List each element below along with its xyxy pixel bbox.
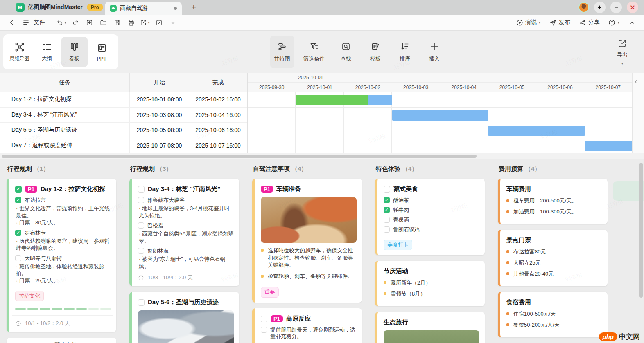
gantt-table-row[interactable]: Day 3-4：林芝 “江南风光”2025-10-03 08:002025-10… — [0, 108, 247, 123]
checklist-item: ✓罗布林卡· 历代达赖喇嘛的夏宫，建议周三参观哲蚌寺的喇嘛集会。 — [15, 230, 111, 252]
column-title: 行程规划（1） — [7, 165, 116, 173]
bullet-text: 布达拉宫80元 — [513, 248, 546, 256]
bullet-item: 餐饮50-200元/人/天 — [506, 321, 602, 329]
item-checkbox[interactable]: ✓ — [384, 207, 390, 213]
card-tag[interactable]: 重要 — [261, 287, 279, 298]
avatar[interactable] — [578, 2, 589, 13]
card-dates: 10/3 - 10/4：2.0 天 — [138, 274, 234, 281]
view-mode-mindmap[interactable]: 思维导图 — [7, 37, 33, 67]
quick-action-lightning-icon[interactable] — [594, 2, 606, 13]
export-share-button[interactable]: ▾ — [139, 17, 151, 28]
open-file-button[interactable] — [97, 17, 109, 28]
gantt-table-row[interactable]: Day 1-2：拉萨文化初探2025-10-01 08:002025-10-02… — [0, 92, 247, 108]
item-checkbox[interactable] — [15, 255, 21, 261]
redo-button[interactable] — [70, 17, 81, 28]
card-tag[interactable]: 美食打卡 — [384, 240, 412, 250]
new-document-button[interactable] — [84, 17, 95, 28]
item-checkbox[interactable]: ✓ — [384, 197, 390, 203]
task-start-cell: 2025-10-03 08:00 — [130, 108, 189, 123]
card-checkbox[interactable] — [384, 186, 390, 193]
export-button[interactable]: 导出 ▾ — [609, 35, 636, 69]
kanban-card[interactable]: P1高原反应提前服用红景天，避免剧烈运动，适量补充糖分。 — [252, 308, 362, 343]
item-checkbox[interactable] — [138, 222, 144, 229]
toolbar-more-chevron-icon[interactable] — [167, 17, 179, 28]
cloud-icon — [110, 5, 117, 12]
checklist-item-label: 鲁朗林海 — [147, 248, 169, 254]
share-button[interactable]: 分享 — [576, 17, 603, 28]
item-note: · 门票：80元/人。 — [16, 219, 111, 226]
kanban-card[interactable]: Day 5-6：圣湖与历史遗迹 — [129, 292, 239, 343]
card-tag[interactable]: 拉萨文化 — [15, 291, 44, 301]
view-mode-outline[interactable]: 大纲 — [34, 37, 60, 67]
gantt-grid — [248, 92, 632, 154]
help-button[interactable]: ▾ — [605, 18, 623, 28]
tool-insert[interactable]: 插入 — [423, 36, 446, 68]
bullet-text: 大昭寺25元 — [513, 259, 540, 267]
publish-button[interactable]: 发布 — [546, 17, 573, 28]
file-menu[interactable]: 文件 — [34, 19, 45, 26]
scrollbar-thumb[interactable] — [2, 155, 477, 158]
horizontal-scrollbar[interactable] — [0, 153, 644, 159]
collapse-toolbar-chevron-icon[interactable] — [626, 17, 638, 28]
minimize-button[interactable] — [610, 2, 622, 13]
col-header-start: 开始 — [130, 73, 189, 92]
bullet-icon — [506, 261, 509, 264]
new-card-button[interactable]: ＋新建卡片 — [7, 338, 116, 343]
card-checkbox[interactable]: ✓ — [15, 186, 22, 193]
kanban-card[interactable]: P1车辆准备选择吨位较大的越野车，确保安全性和稳定性。检查轮胎、刹车、备胎等关键… — [252, 179, 362, 303]
document-tab[interactable]: 西藏自驾游 — [105, 2, 182, 15]
timeline-day-label: 2025-09-30 — [248, 83, 296, 92]
gantt-bar[interactable] — [296, 95, 392, 105]
kanban-card[interactable]: 食宿费用住宿100-500元/天餐饮50-200元/人/天 — [498, 292, 608, 337]
kanban-card[interactable]: ✓P1Day 1-2：拉萨文化初探✓布达拉宫· 世界文化遗产，需提前预约，上午光… — [7, 179, 116, 332]
tool-sort[interactable]: 排序 — [393, 36, 417, 68]
item-checkbox[interactable] — [138, 197, 144, 203]
check-in-button[interactable] — [153, 17, 165, 28]
item-checkbox[interactable] — [384, 226, 390, 233]
kanban-card[interactable]: 节庆活动藏历新年（2月）雪顿节（8月） — [375, 261, 485, 306]
item-checkbox[interactable]: ✓ — [15, 197, 21, 203]
item-checkbox[interactable] — [261, 327, 267, 333]
card-checkbox[interactable] — [138, 186, 145, 193]
gantt-table-row[interactable]: Day 7：返程或深度延伸2025-10-07 08:002025-10-07 … — [0, 138, 247, 154]
kanban-card[interactable]: 景点门票布达拉宫80元大昭寺25元其他景点20-40元 — [498, 230, 608, 286]
vertical-scrollbar[interactable] — [639, 163, 643, 298]
close-button[interactable]: ✕ — [627, 2, 638, 13]
gantt-bar[interactable] — [392, 110, 488, 121]
tool-filter[interactable]: 筛选条件 — [300, 36, 328, 68]
item-checkbox[interactable] — [384, 217, 390, 223]
kanban-card[interactable]: Day 3-4：林芝 “江南风光”雅鲁藏布大峡谷· 地球上最深的峡谷，3-4月桃… — [129, 179, 239, 286]
new-tab-button[interactable]: + — [189, 3, 198, 11]
tool-label: 筛选条件 — [303, 55, 325, 63]
collapse-panel-chevron-icon[interactable] — [633, 79, 639, 85]
bullet-icon — [506, 210, 509, 213]
kanban-card[interactable]: 车辆费用租车费用：200-500元/天。加油费用：100-300元/天。 — [498, 179, 608, 224]
gantt-bar[interactable] — [488, 126, 585, 136]
clock-icon — [15, 321, 21, 327]
present-button[interactable]: 演说▾ — [513, 17, 544, 28]
gantt-bar[interactable] — [585, 141, 633, 151]
card-checkbox[interactable] — [138, 299, 145, 306]
undo-button[interactable]: ▾ — [56, 17, 67, 28]
item-checkbox[interactable]: ✓ — [15, 230, 21, 236]
card-checkbox[interactable] — [261, 316, 267, 322]
tool-template[interactable]: 模板 — [364, 36, 387, 68]
save-button[interactable] — [111, 17, 123, 28]
main-menu-icon[interactable] — [20, 17, 32, 28]
print-button[interactable] — [125, 17, 137, 28]
col-header-end: 完成 — [189, 73, 247, 92]
view-mode-label: 看板 — [70, 55, 79, 62]
view-mode-ppt[interactable]: PPT — [89, 37, 115, 67]
item-checkbox[interactable] — [138, 248, 144, 254]
kanban-card[interactable]: 生态旅行 — [375, 312, 485, 343]
tool-gantt[interactable]: 甘特图 — [270, 36, 294, 68]
checklist-item-label: 巴松措 — [147, 222, 163, 229]
item-note: · 地球上最深的峡谷，3-4月桃花盛开时尤为惊艳。 — [139, 205, 234, 219]
column-title: 费用预算（4） — [499, 165, 608, 173]
back-button[interactable] — [6, 17, 18, 28]
kanban-card[interactable]: 藏式美食✓酥油茶✓牦牛肉青稞酒鲁朗石锅鸡美食打卡 — [375, 179, 485, 255]
view-mode-kanban[interactable]: 看板 — [61, 37, 88, 67]
gantt-table-row[interactable]: Day 5-6：圣湖与历史遗迹2025-10-05 08:002025-10-0… — [0, 123, 247, 138]
card-title: Day 1-2：拉萨文化初探 — [41, 185, 105, 193]
tool-find[interactable]: 查找 — [334, 36, 358, 68]
